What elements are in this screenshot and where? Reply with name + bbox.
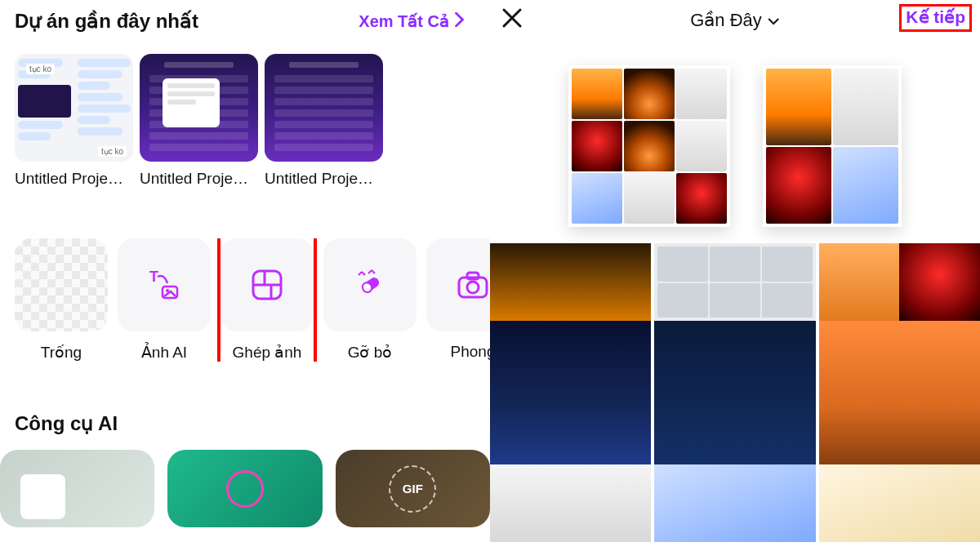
project-thumbnail [140, 54, 258, 162]
photo-gallery [490, 41, 980, 551]
tool-label: Trống [41, 343, 82, 362]
view-all-button[interactable]: Xem Tất Cả [359, 11, 466, 31]
project-name: Untitled Proje… [265, 170, 383, 188]
blank-icon [15, 238, 108, 331]
project-name: Untitled Proje… [15, 170, 133, 188]
thumb-tag: tục ko [26, 64, 55, 74]
tool-collage[interactable]: Ghép ảnh [220, 238, 314, 362]
gallery-item[interactable] [654, 464, 815, 542]
tool-label: Ghép ảnh [233, 343, 302, 362]
svg-text:T: T [149, 269, 158, 285]
gallery-item[interactable] [490, 464, 651, 542]
project-thumbnail: tục ko tục ko [15, 54, 133, 162]
view-all-label: Xem Tất Cả [359, 11, 449, 31]
gallery-item[interactable] [819, 321, 980, 464]
featured-collages-row [490, 65, 980, 227]
recent-projects-header: Dự án gần đây nhất Xem Tất Cả [15, 10, 490, 33]
gallery-grid [490, 464, 980, 542]
project-thumbnail [265, 54, 383, 162]
tool-label: Ảnh AI [141, 343, 187, 362]
picker-header: Gần Đây Kế tiếp [490, 0, 980, 41]
recent-projects-title: Dự án gần đây nhất [15, 10, 198, 33]
next-button[interactable]: Kế tiếp [899, 4, 972, 32]
eraser-icon [323, 238, 416, 331]
svg-point-10 [467, 282, 479, 293]
camera-icon [426, 238, 490, 331]
tool-label: Phong [451, 343, 490, 361]
editor-home-pane: Dự án gần đây nhất Xem Tất Cả tụ [0, 0, 490, 551]
tool-style[interactable]: Phong [426, 238, 490, 362]
next-label: Kế tiếp [906, 7, 965, 26]
gallery-item[interactable] [654, 321, 815, 464]
recent-projects-row: tục ko tục ko Untitled Proje… Untitled P… [15, 54, 490, 188]
close-button[interactable] [501, 7, 523, 34]
album-selector[interactable]: Gần Đây [690, 10, 780, 31]
close-icon [501, 7, 523, 29]
album-label: Gần Đây [690, 10, 762, 31]
chevron-right-icon [454, 12, 466, 31]
project-name: Untitled Proje… [140, 170, 258, 188]
tool-blank[interactable]: Trống [15, 238, 108, 362]
gallery-item[interactable] [490, 243, 651, 321]
tool-label: Gỡ bỏ [348, 343, 393, 362]
project-item[interactable]: tục ko tục ko Untitled Proje… [15, 54, 133, 188]
photo-picker-pane: Gần Đây Kế tiếp [490, 0, 980, 551]
collage-icon [220, 238, 314, 331]
gallery-item[interactable] [568, 65, 730, 227]
ai-tools-title: Công cụ AI [15, 412, 490, 435]
project-item[interactable]: Untitled Proje… [140, 54, 258, 188]
chevron-down-icon [767, 10, 780, 31]
project-item[interactable]: Untitled Proje… [265, 54, 383, 188]
gallery-item[interactable] [819, 464, 980, 542]
gallery-item[interactable] [490, 321, 651, 464]
create-tools-row: Trống T Ảnh AI [15, 238, 490, 362]
ai-text-to-image-icon: T [118, 238, 211, 331]
ai-tools-row: GIF [0, 450, 490, 527]
svg-rect-11 [467, 273, 479, 279]
gif-badge: GIF [389, 465, 436, 513]
ai-card-gif[interactable]: GIF [336, 450, 490, 527]
gallery-grid [490, 321, 980, 464]
tool-ai-image[interactable]: T Ảnh AI [118, 238, 211, 362]
gallery-item[interactable] [819, 243, 980, 321]
gallery-grid [490, 243, 980, 321]
tool-remove[interactable]: Gỡ bỏ [323, 238, 416, 362]
ai-card[interactable] [167, 450, 322, 527]
ai-card[interactable] [0, 450, 154, 527]
gallery-item[interactable] [763, 65, 902, 227]
gallery-item[interactable] [654, 243, 815, 321]
thumb-tag: tục ko [98, 146, 127, 157]
